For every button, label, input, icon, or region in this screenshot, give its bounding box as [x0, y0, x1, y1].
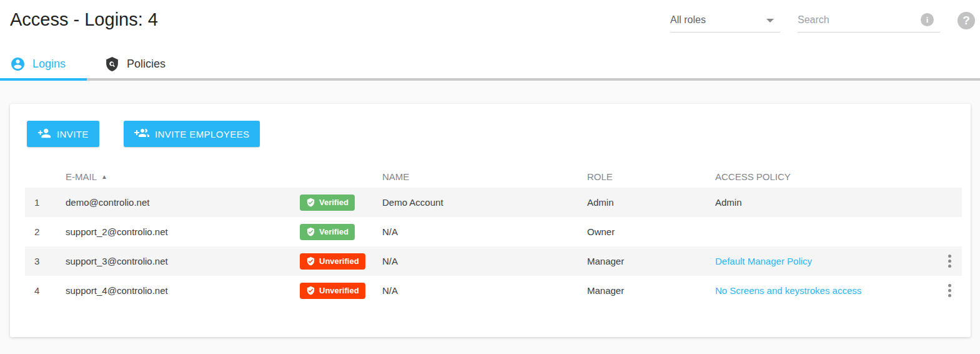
name-cell: N/A	[382, 256, 587, 266]
invite-employees-button[interactable]: INVITE EMPLOYEES	[124, 121, 260, 147]
policy-shield-icon	[104, 56, 120, 72]
kebab-menu-icon	[948, 255, 951, 258]
tab-track	[0, 78, 980, 81]
content-card: INVITE INVITE EMPLOYEES E-MAIL ▲ NAME RO…	[10, 104, 971, 337]
access-policy-cell[interactable]: Default Manager Policy	[715, 256, 921, 266]
active-tab-indicator	[0, 78, 87, 81]
status-badge: Unverified	[300, 283, 365, 299]
roles-filter-select[interactable]: All roles	[670, 11, 780, 33]
info-icon[interactable]: i	[921, 13, 934, 26]
sort-asc-icon: ▲	[101, 173, 107, 180]
status-label: Unverified	[319, 286, 359, 295]
role-cell: Admin	[587, 197, 715, 208]
status-label: Verified	[319, 227, 349, 236]
tab-policies[interactable]: Policies	[104, 53, 166, 74]
status-label: Verified	[319, 198, 349, 207]
tab-logins[interactable]: Logins	[10, 53, 66, 74]
role-cell: Manager	[587, 256, 715, 266]
status-badge: Verified	[300, 224, 355, 240]
status-badge: Unverified	[300, 253, 365, 270]
row-number: 3	[25, 256, 66, 266]
person-add-icon	[37, 126, 51, 142]
search-input[interactable]	[798, 11, 919, 29]
table-body: 1 demo@controlio.net Verified Demo Accou…	[25, 188, 962, 305]
invite-button-label: INVITE	[57, 129, 89, 139]
tab-logins-label: Logins	[32, 58, 66, 71]
role-cell: Manager	[587, 285, 715, 296]
column-header-access-policy[interactable]: ACCESS POLICY	[715, 171, 921, 182]
access-policy-cell[interactable]: No Screens and keystrokes access	[715, 285, 921, 296]
row-number: 2	[25, 226, 66, 237]
name-cell: N/A	[382, 226, 587, 237]
help-icon[interactable]: ?	[958, 12, 975, 29]
roles-filter-value: All roles	[670, 14, 706, 25]
table-row: 2 support_2@controlio.net Verified N/A O…	[25, 217, 962, 246]
column-header-role[interactable]: ROLE	[587, 171, 715, 182]
group-add-icon	[134, 126, 149, 143]
table-row: 1 demo@controlio.net Verified Demo Accou…	[25, 188, 962, 217]
table-row: 3 support_3@controlio.net Unverified N/A…	[25, 246, 962, 276]
status-badge: Verified	[300, 195, 355, 211]
row-number: 4	[25, 285, 66, 296]
column-header-email[interactable]: E-MAIL ▲	[66, 171, 300, 182]
top-header: Access - Logins: 4 All roles i ? Logins …	[0, 0, 980, 81]
table-header: E-MAIL ▲ NAME ROLE ACCESS POLICY	[25, 166, 962, 188]
account-circle-icon	[10, 56, 26, 72]
page-title: Access - Logins: 4	[10, 9, 158, 30]
email-cell: support_4@controlio.net	[66, 285, 300, 296]
row-menu-button[interactable]	[941, 250, 958, 273]
status-label: Unverified	[319, 256, 359, 266]
shield-check-icon	[306, 286, 315, 295]
shield-check-icon	[306, 198, 315, 207]
shield-check-icon	[306, 227, 315, 236]
chevron-down-icon	[766, 19, 774, 23]
name-cell: N/A	[382, 285, 587, 296]
email-cell: support_2@controlio.net	[66, 226, 300, 237]
invite-button[interactable]: INVITE	[27, 121, 99, 147]
email-cell: demo@controlio.net	[66, 197, 300, 208]
row-menu-button[interactable]	[941, 279, 958, 303]
name-cell: Demo Account	[382, 197, 587, 208]
invite-employees-button-label: INVITE EMPLOYEES	[155, 129, 249, 139]
logins-table: E-MAIL ▲ NAME ROLE ACCESS POLICY 1 demo@…	[25, 166, 962, 305]
role-cell: Owner	[587, 226, 715, 237]
column-header-email-label: E-MAIL	[66, 171, 97, 182]
kebab-menu-icon	[948, 284, 951, 287]
column-header-name[interactable]: NAME	[382, 171, 587, 182]
tab-policies-label: Policies	[127, 58, 166, 71]
shield-check-icon	[306, 256, 315, 266]
access-policy-cell: Admin	[715, 197, 921, 208]
table-row: 4 support_4@controlio.net Unverified N/A…	[25, 276, 962, 305]
search-box: i	[798, 11, 940, 33]
row-number: 1	[25, 197, 66, 208]
email-cell: support_3@controlio.net	[66, 256, 300, 266]
